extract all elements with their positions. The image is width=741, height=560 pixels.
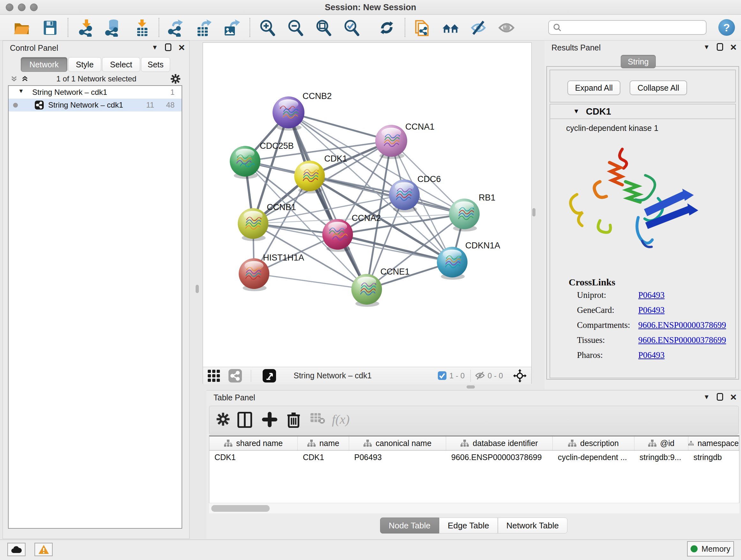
zoom-selected-button[interactable] (342, 18, 361, 37)
network-label: String Network – cdk1 (48, 101, 123, 110)
column-header[interactable]: name (298, 436, 349, 450)
panel-collapse-icon[interactable]: ▼ (151, 44, 158, 51)
vertical-splitter-handle[interactable] (532, 208, 536, 216)
crosslink-link[interactable]: P06493 (638, 350, 665, 360)
network-collection-row[interactable]: ▼ String Network – cdk1 1 (9, 86, 182, 99)
search-input[interactable] (562, 23, 699, 32)
column-header[interactable]: @id (634, 436, 688, 450)
table-panel: Table Panel ▼ × f(x) shared name (206, 390, 741, 539)
tree-caret-icon[interactable]: ▼ (18, 88, 24, 95)
svg-text:RB1: RB1 (479, 193, 495, 202)
fit-content-crosshair-icon[interactable] (513, 369, 527, 384)
crosslink-link[interactable]: P06493 (638, 290, 665, 300)
panel-close-icon[interactable]: × (179, 44, 185, 51)
gene-section-header[interactable]: ▼ CDK1 (550, 105, 735, 119)
tab-style[interactable]: Style (68, 57, 101, 72)
crosslink-link[interactable]: 9606.ENSP00000378699 (638, 320, 726, 330)
tab-select[interactable]: Select (102, 57, 140, 72)
network-node-CCNB1 (238, 208, 268, 241)
svg-text:CCNE1: CCNE1 (381, 267, 410, 276)
table-options-gear-icon[interactable] (216, 412, 230, 427)
horizontal-splitter-handle[interactable] (467, 385, 475, 388)
cloud-status-button[interactable] (7, 543, 25, 556)
export-network-icon (166, 19, 184, 37)
panel-float-icon[interactable] (717, 393, 723, 401)
tab-string-results[interactable]: String (621, 55, 656, 68)
import-network-from-database-button[interactable] (104, 18, 122, 37)
export-image-button[interactable] (222, 18, 240, 37)
network-options-gear-icon[interactable] (170, 73, 181, 87)
home-genemania-button[interactable] (441, 18, 460, 37)
selected-checkbox-icon[interactable] (438, 371, 447, 381)
export-network-button[interactable] (166, 18, 185, 37)
tab-edge-table[interactable]: Edge Table (439, 517, 498, 534)
eye-slash-icon (469, 19, 487, 37)
search-field[interactable] (548, 20, 706, 35)
network-graph[interactable]: CCNB2CCNA1CDC25BCDK1CDC6RB1CCNB1CCNA2CDK… (203, 43, 532, 367)
window-statusbar: Memory (0, 540, 741, 560)
svg-text:CCNA2: CCNA2 (352, 213, 381, 223)
warning-status-button[interactable] (35, 543, 53, 556)
save-session-button[interactable] (41, 18, 59, 37)
birds-eye-view-icon[interactable] (263, 369, 276, 384)
crosslink-link[interactable]: P06493 (638, 305, 665, 315)
open-session-button[interactable] (12, 18, 31, 37)
network-node-HIST1H1A (239, 258, 269, 291)
control-panel-header: Control Panel ▼ × (3, 41, 189, 55)
hide-selected-button[interactable] (469, 18, 488, 37)
show-all-button[interactable] (497, 18, 516, 37)
refresh-view-button[interactable] (378, 18, 396, 37)
create-column-icon[interactable] (262, 412, 277, 427)
panel-float-icon[interactable] (717, 43, 723, 51)
network-view[interactable]: CCNB2CCNA1CDC25BCDK1CDC6RB1CCNB1CCNA2CDK… (203, 43, 532, 384)
tab-node-table[interactable]: Node Table (380, 517, 439, 534)
section-caret-icon[interactable]: ▼ (573, 108, 580, 115)
column-header[interactable]: shared name (209, 436, 298, 450)
table-horizontal-scrollbar[interactable] (209, 503, 739, 513)
results-panel: Results Panel ▼ × String Expand All Coll… (544, 41, 741, 389)
toolbar-divider (158, 18, 159, 37)
panel-close-icon[interactable]: × (730, 393, 737, 401)
column-header[interactable]: database identifier (446, 436, 553, 450)
expand-all-button[interactable]: Expand All (567, 80, 620, 95)
network-row[interactable]: String Network – cdk1 11 48 (9, 99, 182, 111)
import-table-button[interactable] (133, 18, 151, 37)
statusbar-divider (251, 370, 251, 382)
column-header[interactable]: canonical name (349, 436, 446, 450)
network-from-file-button[interactable] (413, 18, 431, 37)
memory-button[interactable]: Memory (687, 541, 734, 557)
zoom-in-icon (259, 19, 276, 37)
panel-collapse-icon[interactable]: ▼ (703, 393, 710, 401)
tab-sets[interactable]: Sets (141, 57, 170, 72)
table-toolbar: f(x) (209, 406, 739, 435)
zoom-in-button[interactable] (258, 18, 277, 37)
scrollbar-thumb[interactable] (211, 505, 270, 512)
node-table[interactable]: shared name name canonical name database… (209, 435, 739, 513)
zoom-out-icon (286, 19, 305, 37)
string-view-icon[interactable] (228, 369, 242, 384)
delete-column-trash-icon[interactable] (286, 412, 300, 428)
zoom-fit-button[interactable] (314, 18, 333, 37)
zoom-out-button[interactable] (286, 18, 305, 37)
document-share-icon (413, 19, 431, 37)
main-toolbar: ? (0, 15, 741, 41)
column-header[interactable]: description (553, 436, 634, 450)
export-table-button[interactable] (194, 18, 212, 37)
panel-collapse-icon[interactable]: ▼ (703, 44, 710, 51)
column-header[interactable]: namespace (688, 436, 739, 450)
table-row[interactable]: CDK1 CDK1 P06493 9606.ENSP00000378699 cy… (209, 450, 739, 464)
panel-close-icon[interactable]: × (730, 43, 737, 51)
column-type-icon (568, 440, 576, 447)
show-columns-icon[interactable] (238, 412, 252, 428)
import-network-button[interactable] (77, 18, 95, 37)
vertical-splitter-handle[interactable] (196, 285, 199, 293)
panel-float-icon[interactable] (165, 44, 172, 51)
help-button[interactable]: ? (718, 19, 735, 36)
collapse-all-button[interactable]: Collapse All (630, 80, 687, 95)
column-type-icon (363, 440, 372, 447)
crosslink-link[interactable]: 9606.ENSP00000378699 (638, 335, 726, 345)
network-collection-label: String Network – cdk1 (32, 88, 107, 97)
tab-network-table[interactable]: Network Table (498, 517, 567, 534)
grid-view-icon[interactable] (208, 370, 220, 383)
tab-network[interactable]: Network (21, 57, 67, 72)
